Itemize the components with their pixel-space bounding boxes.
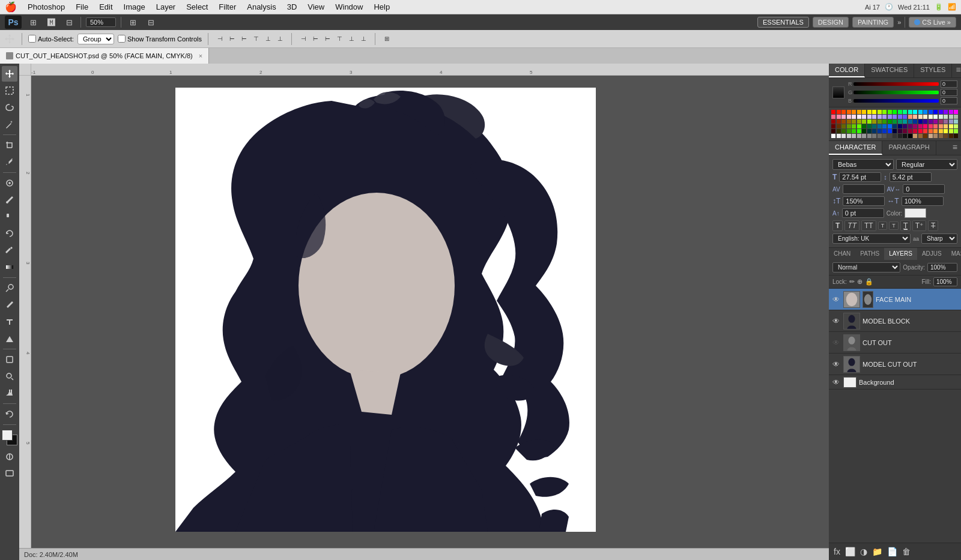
tt-italic-btn[interactable]: TT	[844, 220, 859, 231]
color-swatch-10[interactable]	[882, 110, 887, 114]
menu-3d[interactable]: 3D	[282, 1, 302, 13]
align-left-icon[interactable]: ⊣	[214, 34, 225, 44]
color-swatch-73[interactable]	[949, 119, 953, 124]
gradient-btn[interactable]	[2, 259, 17, 275]
color-swatch-35[interactable]	[882, 115, 887, 119]
minibridge-icon[interactable]: ⊞	[26, 16, 40, 29]
color-swatch-68[interactable]	[923, 119, 927, 124]
color-swatch-53[interactable]	[847, 119, 851, 124]
color-tab[interactable]: COLOR	[829, 64, 865, 77]
baseline-input[interactable]	[842, 208, 884, 218]
history-brush-btn[interactable]	[2, 226, 17, 241]
g-value[interactable]	[941, 89, 957, 96]
color-swatch-102[interactable]	[841, 129, 846, 133]
leading-input[interactable]	[890, 172, 932, 182]
tt-strikethrough-btn[interactable]: T	[928, 220, 938, 231]
tt-bold-btn[interactable]: T	[832, 220, 843, 231]
show-transform-checkbox[interactable]: Show Transform Controls	[118, 35, 202, 43]
distribute-left-icon[interactable]: ⊣	[298, 34, 309, 44]
crop-tool-btn[interactable]	[2, 137, 17, 153]
color-swatch-81[interactable]	[862, 124, 866, 128]
layer-visibility-background[interactable]: 👁	[831, 378, 841, 387]
tt-super-btn[interactable]: T	[889, 221, 899, 230]
add-style-btn[interactable]: fx	[832, 546, 841, 558]
layer-item-model-cut-out[interactable]: 👁 MODEL CUT OUT	[829, 354, 961, 375]
color-swatch-5[interactable]	[857, 110, 861, 114]
color-swatch-136[interactable]	[888, 134, 892, 138]
color-swatch-78[interactable]	[847, 124, 851, 128]
brush-tool-btn[interactable]	[2, 192, 17, 208]
color-swatch-12[interactable]	[893, 110, 897, 114]
distribute-center-v-icon[interactable]: ⊥	[346, 34, 357, 44]
channels-tab[interactable]: CHAN	[829, 248, 855, 260]
color-swatch-124[interactable]	[954, 129, 958, 133]
blend-mode-select[interactable]: Normal	[832, 262, 900, 272]
color-swatch-18[interactable]	[923, 110, 927, 114]
menu-file[interactable]: File	[71, 1, 93, 13]
menu-image[interactable]: Image	[119, 1, 150, 13]
arrange-docs-icon[interactable]: ⊞	[126, 16, 139, 29]
color-swatch-142[interactable]	[918, 134, 923, 138]
auto-select-check[interactable]	[28, 35, 36, 43]
fill-input[interactable]	[933, 277, 957, 286]
color-swatch-120[interactable]	[933, 129, 938, 133]
color-swatch-60[interactable]	[882, 119, 887, 124]
menu-window[interactable]: Window	[330, 1, 368, 13]
color-swatch-115[interactable]	[908, 129, 912, 133]
color-swatch-66[interactable]	[913, 119, 917, 124]
color-swatch-36[interactable]	[888, 115, 892, 119]
color-swatch-111[interactable]	[888, 129, 892, 133]
color-swatch-29[interactable]	[852, 115, 856, 119]
color-swatch-75[interactable]	[831, 124, 835, 128]
color-swatch-127[interactable]	[841, 134, 846, 138]
color-swatch-34[interactable]	[878, 115, 882, 119]
color-swatch-49[interactable]	[954, 115, 958, 119]
color-swatch-99[interactable]	[954, 124, 958, 128]
menu-select[interactable]: Select	[181, 1, 213, 13]
color-swatch-122[interactable]	[944, 129, 948, 133]
color-swatch-84[interactable]	[878, 124, 882, 128]
align-right-icon[interactable]: ⊢	[238, 34, 249, 44]
color-swatch-90[interactable]	[908, 124, 912, 128]
language-select[interactable]: English: UK	[832, 233, 911, 244]
color-swatch-74[interactable]	[954, 119, 958, 124]
color-swatch-139[interactable]	[903, 134, 907, 138]
color-swatch-91[interactable]	[913, 124, 917, 128]
color-swatch-7[interactable]	[867, 110, 872, 114]
text-color-swatch[interactable]	[905, 208, 926, 218]
align-bottom-icon[interactable]: ⊥	[274, 34, 285, 44]
rotate-view-btn[interactable]	[2, 406, 17, 422]
color-swatch-9[interactable]	[878, 110, 882, 114]
color-swatch-96[interactable]	[939, 124, 943, 128]
color-swatch-67[interactable]	[918, 119, 923, 124]
workspace-design-btn[interactable]: DESIGN	[813, 17, 849, 28]
color-swatch-47[interactable]	[944, 115, 948, 119]
selection-tool-btn[interactable]	[2, 83, 17, 98]
layer-visibility-model-block[interactable]: 👁	[831, 316, 841, 326]
color-swatch-82[interactable]	[867, 124, 872, 128]
font-family-select[interactable]: Bebas	[832, 159, 894, 170]
r-value[interactable]	[941, 80, 957, 88]
color-swatch-51[interactable]	[837, 119, 841, 124]
zoom-display[interactable]	[86, 17, 116, 27]
spot-heal-btn[interactable]	[2, 175, 17, 191]
color-swatch-126[interactable]	[837, 134, 841, 138]
color-swatch-16[interactable]	[913, 110, 917, 114]
antialiasing-select[interactable]: Sharp	[921, 233, 957, 244]
opacity-input[interactable]	[927, 263, 957, 272]
color-swatch-40[interactable]	[908, 115, 912, 119]
color-swatch-100[interactable]	[831, 129, 835, 133]
delete-layer-btn[interactable]: 🗑	[901, 546, 912, 558]
auto-select-dropdown[interactable]: Group	[77, 34, 114, 44]
color-swatch-72[interactable]	[944, 119, 948, 124]
color-swatch-128[interactable]	[847, 134, 851, 138]
color-swatch-89[interactable]	[903, 124, 907, 128]
b-slider[interactable]	[853, 99, 939, 103]
workspace-more-btn[interactable]: »	[897, 19, 901, 26]
layer-visibility-cut-out[interactable]: 👁	[831, 338, 841, 348]
hscale-input[interactable]	[902, 196, 944, 206]
panel-menu-btn[interactable]: ≡	[952, 64, 961, 77]
color-swatch-3[interactable]	[847, 110, 851, 114]
color-swatch-87[interactable]	[893, 124, 897, 128]
align-center-v-icon[interactable]: ⊥	[262, 34, 273, 44]
